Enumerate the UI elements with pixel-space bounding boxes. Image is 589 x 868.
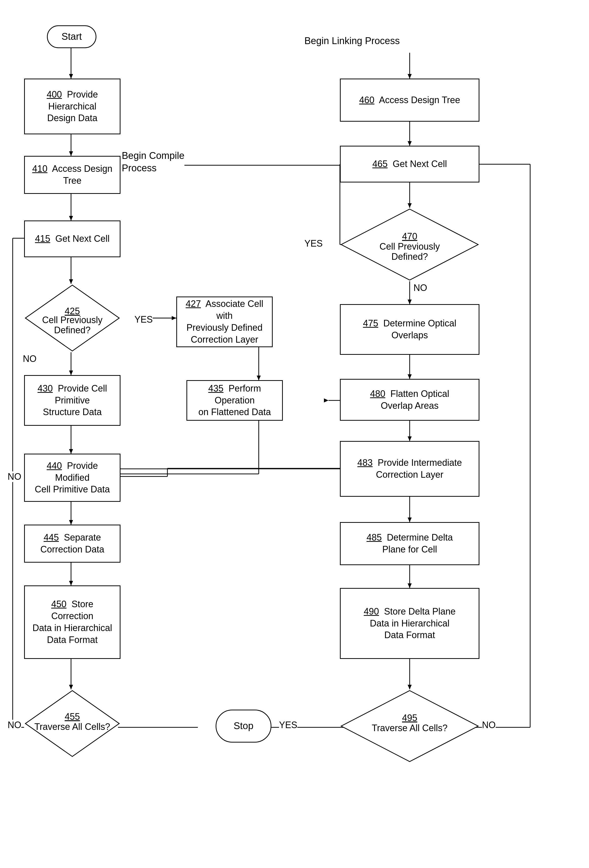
svg-marker-47: [408, 685, 412, 689]
yes-label-425: YES: [135, 314, 153, 325]
svg-marker-5: [69, 216, 73, 220]
start-node: Start: [47, 25, 96, 48]
svg-text:470: 470: [402, 231, 417, 242]
svg-text:455: 455: [65, 712, 80, 722]
node-455: 455 Traverse All Cells?: [24, 689, 120, 758]
svg-text:Traverse All Cells?: Traverse All Cells?: [372, 723, 448, 733]
svg-marker-63: [257, 376, 261, 380]
svg-text:Defined?: Defined?: [391, 251, 428, 262]
no-label-470: NO: [413, 283, 427, 293]
yes-label-470: YES: [304, 238, 323, 249]
node-410: 410 Access Design Tree: [24, 156, 120, 194]
svg-marker-39: [324, 399, 329, 403]
svg-marker-15: [69, 520, 73, 525]
svg-marker-37: [408, 374, 412, 379]
no-label-495: NO: [482, 720, 496, 731]
node-495: 495 Traverse All Cells?: [340, 689, 479, 763]
node-450: 450 Store CorrectionData in Hierarchical…: [24, 585, 120, 659]
svg-marker-41: [408, 436, 412, 441]
begin-linking-label: Begin Linking Process: [304, 35, 400, 46]
node-425: 425 Cell Previously Defined?: [24, 284, 120, 352]
node-480: 480 Flatten OpticalOverlap Areas: [340, 379, 479, 421]
start-label: Start: [61, 30, 82, 43]
node-475: 475 Determine OpticalOverlaps: [340, 304, 479, 355]
svg-marker-45: [408, 583, 412, 588]
no-label-455: NO: [7, 720, 21, 731]
node-465: 465 Get Next Cell: [340, 146, 479, 183]
svg-marker-19: [69, 685, 73, 689]
svg-text:Defined?: Defined?: [54, 325, 90, 335]
node-460: 460 Access Design Tree: [340, 78, 479, 122]
svg-marker-35: [408, 300, 412, 304]
begin-compile-label: Begin CompileProcess: [122, 149, 184, 175]
stop-label: Stop: [234, 720, 253, 732]
node-490: 490 Store Delta PlaneData in Hierarchica…: [340, 588, 479, 659]
svg-marker-7: [69, 279, 73, 284]
no-label-440: NO: [7, 471, 21, 482]
svg-text:Cell Previously: Cell Previously: [379, 241, 440, 252]
node-445: 445 Separate Correction Data: [24, 525, 120, 562]
svg-marker-13: [69, 449, 73, 454]
node-485: 485 Determine DeltaPlane for Cell: [340, 522, 479, 565]
no-label-425: NO: [23, 354, 37, 364]
svg-text:Cell Previously: Cell Previously: [42, 315, 102, 325]
svg-marker-3: [69, 151, 73, 156]
node-430: 430 Provide Cell PrimitiveStructure Data: [24, 375, 120, 426]
yes-label-495: YES: [279, 720, 297, 731]
node-470: 470 Cell Previously Defined?: [340, 208, 479, 281]
node-435: 435 Perform Operationon Flattened Data: [186, 380, 283, 421]
node-427: 427 Associate Cell withPreviously Define…: [176, 297, 273, 347]
svg-text:Traverse All Cells?: Traverse All Cells?: [34, 722, 110, 732]
svg-marker-25: [408, 74, 412, 78]
node-415: 415 Get Next Cell: [24, 220, 120, 257]
svg-marker-11: [69, 371, 73, 375]
svg-marker-9: [172, 316, 176, 320]
svg-text:495: 495: [402, 713, 417, 723]
svg-marker-29: [408, 203, 412, 208]
svg-marker-43: [408, 518, 412, 522]
node-400: 400 Provide HierarchicalDesign Data: [24, 78, 120, 134]
stop-node: Stop: [216, 710, 271, 743]
node-483: 483 Provide IntermediateCorrection Layer: [340, 441, 479, 497]
node-440: 440 Provide ModifiedCell Primitive Data: [24, 454, 120, 502]
svg-marker-27: [408, 141, 412, 146]
flowchart-diagram: Start 400 Provide HierarchicalDesign Dat…: [0, 0, 589, 868]
svg-marker-17: [69, 581, 73, 585]
svg-marker-1: [69, 74, 73, 78]
